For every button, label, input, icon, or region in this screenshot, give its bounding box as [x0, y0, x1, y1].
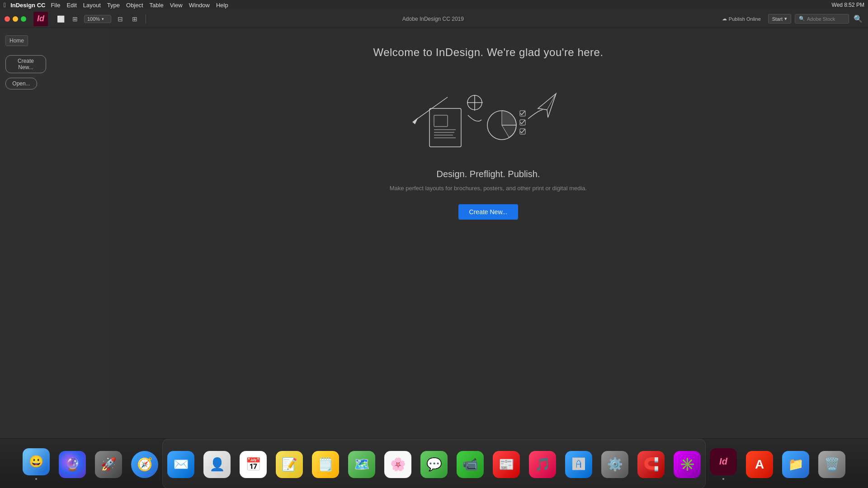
fullscreen-button[interactable] [21, 16, 26, 22]
svg-marker-1 [412, 117, 418, 124]
menu-object[interactable]: Object [126, 2, 143, 9]
dock-item-stickies[interactable]: 🗒️ [309, 447, 342, 480]
toolbar-right: ☁ Publish Online Start ▾ 🔍 Adobe Stock 🔍 [718, 14, 863, 24]
menu-layout[interactable]: Layout [83, 2, 101, 9]
launchpad-icon: 🚀 [95, 451, 122, 478]
dock-item-darkroom[interactable]: ✳️ [671, 447, 703, 480]
subtitle-text: Make perfect layouts for brochures, post… [390, 185, 587, 192]
minimize-button[interactable] [13, 16, 18, 22]
indesign-icon: Id [710, 448, 737, 475]
dock-item-folder[interactable]: 📁 [779, 447, 812, 480]
menu-items: File Edit Layout Type Object Table View … [51, 2, 831, 9]
dock-item-finder[interactable]: 😀 [20, 447, 52, 480]
apple-menu[interactable]:  [4, 1, 6, 9]
publish-online-button[interactable]: ☁ Publish Online [718, 14, 764, 23]
dock-item-contacts[interactable]: 👤 [201, 447, 233, 480]
appstore-icon: 🅰 [565, 451, 592, 478]
dock-item-news[interactable]: 📰 [490, 447, 523, 480]
grid-icon[interactable]: ⊞ [129, 14, 140, 24]
dock-item-music[interactable]: 🎵 [526, 447, 559, 480]
dock-item-acrobat[interactable]: A [743, 447, 776, 480]
dock-item-launchpad[interactable]: 🚀 [92, 447, 125, 480]
tagline-text: Design. Preflight. Publish. [436, 169, 540, 179]
photos-icon: 🌸 [384, 451, 411, 478]
notes-icon: 📝 [276, 451, 303, 478]
create-new-button-sidebar[interactable]: Create New... [5, 55, 46, 73]
finder-icon: 😀 [23, 448, 50, 475]
svg-text:😀: 😀 [29, 454, 44, 469]
dock-item-messages[interactable]: 💬 [418, 447, 450, 480]
app-name[interactable]: InDesign CC [10, 2, 45, 9]
folder-icon: 📁 [782, 451, 809, 478]
mail-icon: ✉️ [167, 451, 194, 478]
menubar-right: Wed 8:52 PM [832, 2, 864, 8]
finder-dot [35, 478, 37, 480]
menubar-time: Wed 8:52 PM [832, 2, 864, 8]
dock-item-indesign[interactable]: Id [707, 447, 740, 480]
stickies-icon: 🗒️ [312, 451, 339, 478]
dock-item-siri[interactable]: 🔮 [56, 447, 89, 480]
safari-icon: 🧭 [131, 451, 158, 478]
dock-item-safari[interactable]: 🧭 [128, 447, 161, 480]
menu-file[interactable]: File [51, 2, 60, 9]
close-button[interactable] [5, 16, 10, 22]
facetime-icon: 📹 [457, 451, 484, 478]
menu-view[interactable]: View [170, 2, 183, 9]
dock-item-prefs[interactable]: ⚙️ [599, 447, 631, 480]
svg-rect-3 [434, 115, 448, 127]
stock-placeholder: Adobe Stock [807, 16, 835, 22]
zoom-value: 100% [87, 16, 100, 22]
dock-item-calendar[interactable]: 📅 [237, 447, 269, 480]
acrobat-icon: A [746, 451, 773, 478]
toolbar: Id ⬜ ⊞ 100% ▾ ⊟ ⊞ Adobe InDesign CC 2019… [0, 10, 868, 28]
news-icon: 📰 [493, 451, 520, 478]
view-mode-icon[interactable]: ⊟ [115, 14, 126, 24]
zoom-chevron: ▾ [102, 17, 104, 21]
zoom-control[interactable]: 100% ▾ [84, 15, 111, 23]
indesign-dot [722, 478, 724, 480]
global-search-button[interactable]: 🔍 [853, 14, 863, 24]
dock: 😀 🔮 🚀 🧭 ✉️ 👤 📅 📝 [0, 438, 868, 488]
menu-table[interactable]: Table [150, 2, 164, 9]
calendar-icon: 📅 [240, 451, 267, 478]
toolbar-icon1[interactable]: ⬜ [55, 14, 66, 24]
dock-item-magnet[interactable]: 🧲 [635, 447, 667, 480]
music-icon: 🎵 [529, 451, 556, 478]
main-layout: Home Create New... Open... Welcome to In… [0, 28, 868, 438]
start-chevron: ▾ [784, 16, 787, 22]
siri-icon: 🔮 [59, 451, 86, 478]
id-logo-icon: Id [33, 12, 48, 26]
darkroom-icon: ✳️ [674, 451, 701, 478]
toolbar-icon2[interactable]: ⊞ [70, 14, 80, 24]
menu-edit[interactable]: Edit [66, 2, 76, 9]
toolbar-separator [146, 14, 146, 23]
dock-item-maps[interactable]: 🗺️ [345, 447, 378, 480]
open-button-sidebar[interactable]: Open... [5, 78, 37, 89]
start-dropdown[interactable]: Start ▾ [768, 14, 791, 23]
menu-window[interactable]: Window [189, 2, 210, 9]
design-illustration [402, 81, 574, 154]
dock-item-trash[interactable]: 🗑️ [816, 447, 848, 480]
menu-help[interactable]: Help [216, 2, 228, 9]
stock-search[interactable]: 🔍 Adobe Stock [795, 14, 849, 23]
magnet-icon: 🧲 [637, 451, 665, 478]
traffic-lights [5, 16, 26, 22]
menu-bar:  InDesign CC File Edit Layout Type Obje… [0, 0, 868, 10]
menu-type[interactable]: Type [107, 2, 120, 9]
svg-marker-15 [538, 94, 556, 117]
search-icon: 🔍 [799, 16, 805, 22]
dock-item-mail[interactable]: ✉️ [165, 447, 197, 480]
home-label[interactable]: Home [5, 35, 28, 46]
content-area: Welcome to InDesign. We're glad you're h… [108, 28, 868, 438]
messages-icon: 💬 [420, 451, 448, 478]
prefs-icon: ⚙️ [601, 451, 628, 478]
create-new-button-main[interactable]: Create New... [458, 204, 519, 220]
dock-item-photos[interactable]: 🌸 [382, 447, 414, 480]
illustration [402, 81, 574, 155]
app-title: Adobe InDesign CC 2019 [151, 16, 715, 22]
dock-item-facetime[interactable]: 📹 [454, 447, 486, 480]
dock-item-appstore[interactable]: 🅰 [562, 447, 595, 480]
trash-icon: 🗑️ [818, 451, 845, 478]
contacts-icon: 👤 [203, 451, 231, 478]
dock-item-notes[interactable]: 📝 [273, 447, 306, 480]
